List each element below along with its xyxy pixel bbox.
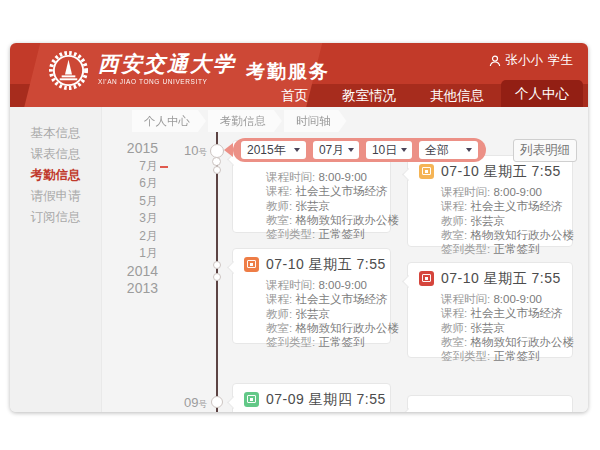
timeline-dot xyxy=(212,157,221,166)
card-date: 07-10 星期五 7:55 xyxy=(441,270,561,288)
timeline-dot xyxy=(210,144,224,158)
year-select[interactable]: 2015年 xyxy=(241,141,306,159)
card-field: 签到类型: 正常签到 xyxy=(441,349,564,363)
field-value: 张芸京 xyxy=(470,322,505,334)
sidebar-item-basic-info[interactable]: 基本信息 xyxy=(10,123,101,144)
timeline-scale: 20157月6月5月3月2月1月20142013 xyxy=(103,140,158,298)
breadcrumb-timeline[interactable]: 时间轴 xyxy=(284,110,347,132)
field-label: 教师: xyxy=(266,308,295,320)
field-label: 教室: xyxy=(441,336,470,348)
field-label: 课程: xyxy=(266,185,295,197)
list-detail-button[interactable]: 列表明细 xyxy=(513,139,577,162)
current-month-marker xyxy=(160,166,168,168)
field-value: 张芸京 xyxy=(295,308,330,320)
breadcrumb-attendance-info[interactable]: 考勤信息 xyxy=(208,110,282,132)
attendance-card[interactable] xyxy=(407,395,573,412)
card-field: 教室: 格物致知行政办公楼 xyxy=(441,228,564,242)
status-icon xyxy=(244,257,259,272)
status-icon xyxy=(419,271,434,286)
field-label: 教室: xyxy=(441,229,470,241)
card-field: 签到类型: 正常签到 xyxy=(266,335,382,349)
timeline-month-7[interactable]: 7月 xyxy=(139,158,158,176)
card-field: 课程时间: 8:00-9:00 xyxy=(441,292,564,306)
field-label: 教师: xyxy=(266,200,295,212)
timeline-month-3[interactable]: 3月 xyxy=(139,210,158,228)
chevron-down-icon xyxy=(466,148,472,152)
field-value: 社会主义市场经济 xyxy=(295,293,387,305)
status-icon xyxy=(419,164,434,179)
card-date: 07-10 星期五 7:55 xyxy=(266,256,386,274)
timeline-year-2015[interactable]: 2015 xyxy=(127,140,158,158)
sidebar-item-subscription-info[interactable]: 订阅信息 xyxy=(10,207,101,228)
category-select[interactable]: 全部 xyxy=(419,141,478,159)
day-select[interactable]: 10日 xyxy=(366,141,412,159)
breadcrumb-personal-center[interactable]: 个人中心 xyxy=(132,110,206,132)
sidebar-item-leave-request[interactable]: 请假申请 xyxy=(10,186,101,207)
field-value: 8:00-9:00 xyxy=(318,279,367,291)
nav-item-classrooms[interactable]: 教室情况 xyxy=(325,84,413,107)
card-field: 课程: 社会主义市场经济 xyxy=(441,306,564,320)
nav-item-home[interactable]: 首页 xyxy=(264,84,325,107)
card-date: 07-10 星期五 7:55 xyxy=(441,163,561,181)
card-date: 07-09 星期四 7:55 xyxy=(266,391,386,409)
card-field: 课程: 社会主义市场经济 xyxy=(266,184,382,198)
nav-item-personal-center[interactable]: 个人中心 xyxy=(501,80,583,107)
attendance-card[interactable]: 07-10 星期五 7:55 课程时间: 8:00-9:00 课程: 社会主义市… xyxy=(407,155,573,247)
attendance-card[interactable]: 07-10 星期五 7:55 课程时间: 8:00-9:00 课程: 社会主义市… xyxy=(232,248,391,344)
field-label: 教师: xyxy=(441,322,470,334)
timeline-day-09: 09号 xyxy=(171,395,207,411)
attendance-card[interactable]: 07-09 星期四 7:55 xyxy=(232,383,391,412)
user-info[interactable]: 张小小 学生 xyxy=(489,52,574,69)
field-label: 签到类型: xyxy=(441,350,493,362)
timeline-dot xyxy=(213,261,221,269)
nav-item-other-info[interactable]: 其他信息 xyxy=(413,84,501,107)
app-window: 西安交通大学 XI'AN JIAO TONG UNIVERSITY 考勤服务 张… xyxy=(10,43,588,412)
card-field: 签到类型: 正常签到 xyxy=(441,242,564,256)
field-value: 正常签到 xyxy=(318,336,364,348)
field-value: 社会主义市场经济 xyxy=(470,307,562,319)
field-label: 教师: xyxy=(441,215,470,227)
timeline-month-1[interactable]: 1月 xyxy=(139,245,158,263)
user-name: 张小小 xyxy=(506,52,544,69)
field-label: 课程: xyxy=(441,307,470,319)
timeline-month-5[interactable]: 5月 xyxy=(139,193,158,211)
field-value: 8:00-9:00 xyxy=(493,293,542,305)
filter-bubble: 2015年 07月 10日 全部 xyxy=(233,138,486,162)
attendance-card[interactable]: 07-10 星期五 7:55 课程时间: 8:00-9:00 课程: 社会主义市… xyxy=(407,262,573,358)
timeline-dot xyxy=(213,273,221,281)
timeline-year-2014[interactable]: 2014 xyxy=(127,263,158,281)
field-value: 8:00-9:00 xyxy=(493,186,542,198)
field-label: 课程时间: xyxy=(441,186,493,198)
field-label: 签到类型: xyxy=(441,243,493,255)
university-name-cn: 西安交通大学 xyxy=(98,52,236,76)
month-select[interactable]: 07月 xyxy=(313,141,359,159)
card-field: 课程时间: 8:00-9:00 xyxy=(441,185,564,199)
card-field: 教室: 格物致知行政办公楼 xyxy=(441,335,564,349)
field-label: 签到类型: xyxy=(266,336,318,348)
field-value: 社会主义市场经济 xyxy=(295,185,387,197)
status-icon xyxy=(244,392,259,407)
card-field: 签到类型: 正常签到 xyxy=(266,227,382,241)
user-role: 学生 xyxy=(548,52,573,69)
sidebar-item-attendance-info[interactable]: 考勤信息 xyxy=(10,165,101,186)
university-seal-icon xyxy=(48,50,89,91)
sidebar-item-schedule-info[interactable]: 课表信息 xyxy=(10,144,101,165)
card-field: 教室: 格物致知行政办公楼 xyxy=(266,321,382,335)
field-label: 课程时间: xyxy=(266,171,318,183)
field-value: 格物致知行政办公楼 xyxy=(470,229,574,241)
timeline-month-6[interactable]: 6月 xyxy=(139,175,158,193)
card-field: 教室: 格物致知行政办公楼 xyxy=(266,213,382,227)
timeline-month-2[interactable]: 2月 xyxy=(139,228,158,246)
user-icon xyxy=(489,55,501,67)
timeline-year-2013[interactable]: 2013 xyxy=(127,280,158,298)
field-value: 格物致知行政办公楼 xyxy=(295,214,399,226)
field-value: 张芸京 xyxy=(295,200,330,212)
card-field: 课程: 社会主义市场经济 xyxy=(266,292,382,306)
chevron-down-icon xyxy=(294,148,300,152)
card-field: 教师: 张芸京 xyxy=(441,321,564,335)
field-value: 正常签到 xyxy=(493,350,539,362)
field-value: 正常签到 xyxy=(493,243,539,255)
card-field: 课程: 社会主义市场经济 xyxy=(441,199,564,213)
card-field: 教师: 张芸京 xyxy=(266,199,382,213)
card-field: 教师: 张芸京 xyxy=(266,307,382,321)
